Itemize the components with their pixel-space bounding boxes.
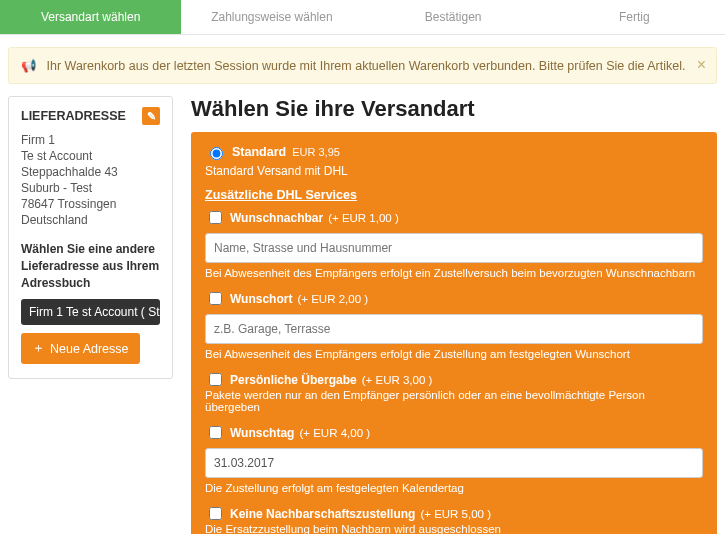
address-line: Steppachhalde 43 <box>21 165 160 179</box>
service-wunschort-checkbox[interactable] <box>209 292 222 305</box>
service-label: Keine Nachbarschaftszustellung <box>230 507 415 521</box>
service-price: (+ EUR 2,00 ) <box>297 293 368 305</box>
service-label: Wunschtag <box>230 426 294 440</box>
plus-icon: ＋ <box>32 340 45 357</box>
service-price: (+ EUR 3,00 ) <box>362 374 433 386</box>
service-label: Persönliche Übergabe <box>230 373 357 387</box>
shipping-standard-name: Standard <box>232 145 286 159</box>
service-price: (+ EUR 5,00 ) <box>420 508 491 520</box>
shipping-standard-price: EUR 3,95 <box>292 146 340 158</box>
delivery-address-panel: LIEFERADRESSE ✎ Firm 1 Te st Account Ste… <box>8 96 173 379</box>
new-address-button[interactable]: ＋ Neue Adresse <box>21 333 140 364</box>
service-price: (+ EUR 4,00 ) <box>299 427 370 439</box>
step-done[interactable]: Fertig <box>544 0 725 34</box>
service-persoenliche-uebergabe: Persönliche Übergabe (+ EUR 3,00 ) Paket… <box>205 370 703 413</box>
step-payment[interactable]: Zahlungsweise wählen <box>181 0 362 34</box>
service-keine-nachbarschaft-checkbox[interactable] <box>209 507 222 520</box>
address-line: Firm 1 <box>21 133 160 147</box>
service-wunschnachbar: Wunschnachbar (+ EUR 1,00 ) Bei Abwesenh… <box>205 208 703 279</box>
service-wunschnachbar-input[interactable] <box>205 233 703 263</box>
service-label: Wunschort <box>230 292 292 306</box>
cart-merged-alert: 📢 Ihr Warenkorb aus der letzten Session … <box>8 47 717 84</box>
address-book-select[interactable]: Firm 1 Te st Account ( Step ▼ <box>21 299 160 325</box>
choose-other-address-label: Wählen Sie eine andere Lieferadresse aus… <box>21 241 160 291</box>
shipping-standard-radio[interactable] <box>210 147 223 160</box>
service-persoenliche-checkbox[interactable] <box>209 373 222 386</box>
new-address-label: Neue Adresse <box>50 342 129 356</box>
address-line: 78647 Trossingen <box>21 197 160 211</box>
edit-address-icon[interactable]: ✎ <box>142 107 160 125</box>
service-wunschtag: Wunschtag (+ EUR 4,00 ) Die Zustellung e… <box>205 423 703 494</box>
delivery-address-title: LIEFERADRESSE <box>21 109 126 123</box>
address-line: Deutschland <box>21 213 160 227</box>
checkout-steps: Versandart wählen Zahlungsweise wählen B… <box>0 0 725 35</box>
megaphone-icon: 📢 <box>21 59 37 73</box>
service-price: (+ EUR 1,00 ) <box>328 212 399 224</box>
step-shipping[interactable]: Versandart wählen <box>0 0 181 34</box>
shipping-standard-desc: Standard Versand mit DHL <box>205 164 703 178</box>
address-line: Te st Account <box>21 149 160 163</box>
address-select-value: Firm 1 Te st Account ( Step <box>29 305 160 319</box>
service-desc: Bei Abwesenheit des Empfängers erfolgt e… <box>205 267 703 279</box>
service-wunschort: Wunschort (+ EUR 2,00 ) Bei Abwesenheit … <box>205 289 703 360</box>
alert-text: Ihr Warenkorb aus der letzten Session wu… <box>46 59 685 73</box>
address-line: Suburb - Test <box>21 181 160 195</box>
service-desc: Bei Abwesenheit des Empfängers erfolgt d… <box>205 348 703 360</box>
page-title: Wählen Sie ihre Versandart <box>191 96 717 122</box>
service-wunschnachbar-checkbox[interactable] <box>209 211 222 224</box>
service-keine-nachbarschaft: Keine Nachbarschaftszustellung (+ EUR 5,… <box>205 504 703 534</box>
service-label: Wunschnachbar <box>230 211 323 225</box>
service-desc: Pakete werden nur an den Empfänger persö… <box>205 389 703 413</box>
step-confirm[interactable]: Bestätigen <box>363 0 544 34</box>
service-wunschtag-checkbox[interactable] <box>209 426 222 439</box>
service-wunschtag-input[interactable] <box>205 448 703 478</box>
service-wunschort-input[interactable] <box>205 314 703 344</box>
shipping-standard-box: Standard EUR 3,95 Standard Versand mit D… <box>191 132 717 534</box>
service-desc: Die Zustellung erfolgt am festgelegten K… <box>205 482 703 494</box>
dhl-services-title: Zusätzliche DHL Services <box>205 188 703 202</box>
alert-close-icon[interactable]: × <box>697 56 706 74</box>
service-desc: Die Ersatzzustellung beim Nachbarn wird … <box>205 523 703 534</box>
